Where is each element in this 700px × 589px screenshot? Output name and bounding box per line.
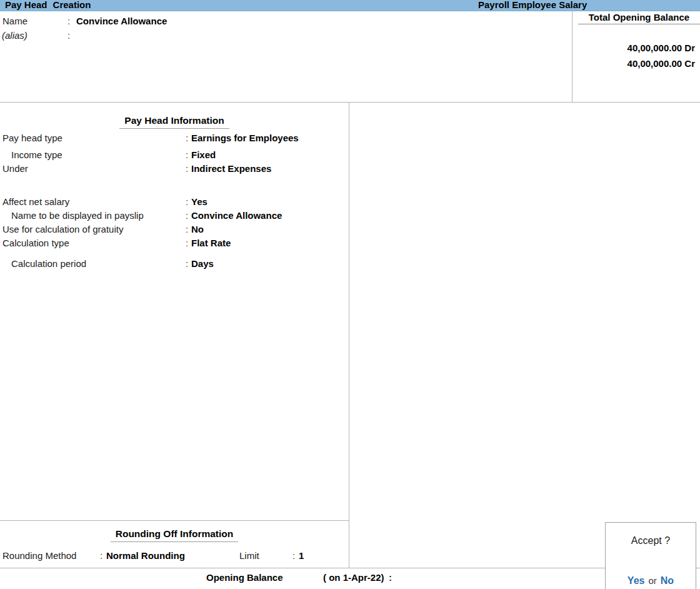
name-label: Name [2, 16, 28, 26]
field-row-income-type: Income type : Fixed [0, 149, 349, 160]
field-row-rounding-method: Rounding Method : Normal Rounding Limit … [0, 550, 349, 561]
field-colon: : [186, 133, 188, 143]
rounding-method-value[interactable]: Normal Rounding [106, 550, 185, 561]
alias-label: (alias) [2, 30, 28, 41]
under-label: Under [2, 163, 28, 174]
name-input[interactable]: Convince Allowance [76, 16, 167, 26]
field-row-gratuity: Use for calculation of gratuity : No [0, 224, 349, 234]
field-colon: : [186, 210, 188, 221]
field-colon: : [186, 224, 188, 234]
rounding-method-label: Rounding Method [2, 550, 76, 561]
calculation-period-value[interactable]: Days [191, 258, 214, 269]
calculation-type-label: Calculation type [2, 238, 69, 248]
opening-balance-panel-divider [572, 11, 572, 102]
limit-value[interactable]: 1 [299, 550, 304, 561]
field-colon: : [186, 238, 188, 248]
name-field-row: Name : Convince Allowance [0, 16, 572, 26]
accept-no-button[interactable]: No [661, 575, 674, 586]
alias-field-row: (alias) : [0, 30, 572, 41]
field-row-under: Under : Indirect Expenses [0, 163, 349, 174]
rounding-section-separator [0, 520, 349, 521]
income-type-value[interactable]: Fixed [191, 149, 216, 160]
calculation-period-label: Calculation period [11, 258, 86, 269]
field-row-payslip-name: Name to be displayed in payslip : Convin… [0, 210, 349, 221]
field-colon: : [186, 258, 188, 269]
calculation-type-value[interactable]: Flat Rate [191, 238, 231, 248]
gratuity-label: Use for calculation of gratuity [2, 224, 123, 234]
pay-head-type-value[interactable]: Earnings for Employees [191, 133, 299, 143]
total-opening-balance-debit: 40,00,000.00 Dr [628, 43, 695, 53]
affect-net-salary-value[interactable]: Yes [191, 196, 208, 207]
pay-head-information-title: Pay Head Information [119, 115, 229, 129]
context-title: Payroll Employee Salary [478, 0, 587, 10]
bottom-separator-line [0, 568, 700, 568]
opening-balance-colon: : [389, 572, 392, 583]
screen-title: Pay HeadCreation [5, 0, 91, 10]
field-row-affect-net-salary: Affect net salary : Yes [0, 196, 349, 207]
field-colon: : [186, 163, 188, 174]
pay-head-type-label: Pay head type [2, 133, 62, 143]
opening-balance-label: Opening Balance [206, 572, 283, 583]
total-opening-balance-credit: 40,00,000.00 Cr [628, 58, 695, 69]
under-value[interactable]: Indirect Expenses [191, 163, 271, 174]
title-object: Pay Head [5, 0, 48, 10]
accept-or-text: or [648, 575, 656, 586]
pay-head-information-header: Pay Head Information [0, 115, 349, 129]
opening-balance-row: Opening Balance ( on 1-Apr-22) : [0, 572, 605, 583]
name-colon: : [68, 16, 70, 26]
alias-colon: : [68, 30, 70, 41]
accept-yes-button[interactable]: Yes [628, 575, 645, 586]
field-colon: : [292, 550, 295, 561]
header-separator-line [0, 102, 700, 103]
opening-balance-date-label: ( on 1-Apr-22) [323, 572, 384, 583]
field-colon: : [100, 550, 102, 561]
rounding-off-information-title: Rounding Off Information [111, 528, 239, 542]
accept-prompt: Accept ? [606, 535, 696, 546]
field-colon: : [186, 196, 188, 207]
title-bar: Pay HeadCreation Payroll Employee Salary [0, 0, 700, 11]
title-mode: Creation [53, 0, 91, 10]
center-panel-divider [349, 103, 349, 568]
field-row-calculation-period: Calculation period : Days [0, 258, 349, 269]
field-colon: : [186, 149, 188, 160]
income-type-label: Income type [11, 149, 62, 160]
field-row-calculation-type: Calculation type : Flat Rate [0, 238, 349, 248]
rounding-off-information-header: Rounding Off Information [0, 528, 349, 542]
payslip-name-value[interactable]: Convince Allowance [191, 210, 282, 221]
opening-balance-input[interactable] [400, 572, 475, 582]
limit-label: Limit [239, 550, 259, 561]
pay-head-creation-screen: Pay HeadCreation Payroll Employee Salary… [0, 0, 700, 589]
gratuity-value[interactable]: No [191, 224, 204, 234]
field-row-pay-head-type: Pay head type : Earnings for Employees [0, 133, 349, 143]
accept-dialog: Accept ? YesorNo [605, 522, 696, 589]
affect-net-salary-label: Affect net salary [2, 196, 69, 207]
accept-actions: YesorNo [606, 575, 696, 586]
total-opening-balance-header: Total Opening Balance [578, 12, 700, 24]
payslip-name-label: Name to be displayed in payslip [11, 210, 144, 221]
